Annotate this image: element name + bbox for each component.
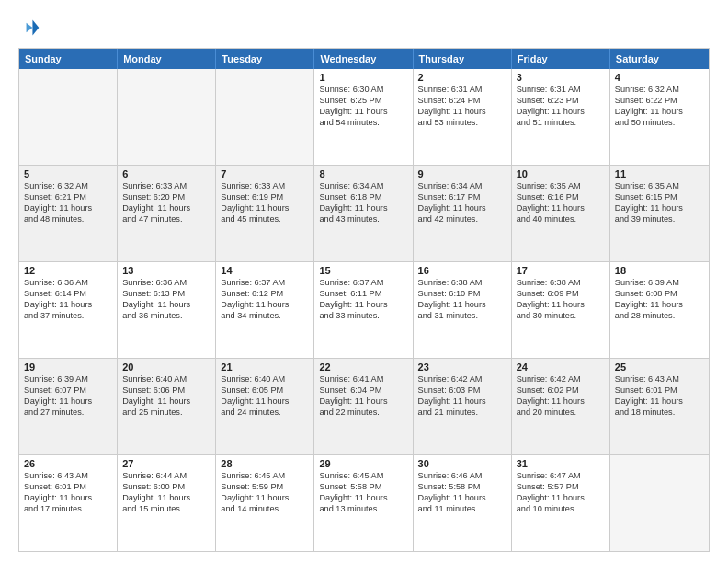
- cell-info-line: Daylight: 11 hours: [615, 203, 704, 214]
- calendar-row: 26Sunrise: 6:43 AMSunset: 6:01 PMDayligh…: [19, 454, 709, 551]
- calendar: SundayMondayTuesdayWednesdayThursdayFrid…: [18, 48, 710, 552]
- cell-info-line: Sunset: 6:06 PM: [122, 385, 210, 396]
- day-number: 23: [418, 362, 506, 373]
- cell-info-line: and 47 minutes.: [122, 214, 210, 225]
- cell-info-line: Sunset: 6:08 PM: [615, 289, 704, 300]
- day-cell: 30Sunrise: 6:46 AMSunset: 5:58 PMDayligh…: [414, 455, 512, 551]
- cell-info-line: and 43 minutes.: [319, 214, 407, 225]
- cell-info-line: Daylight: 11 hours: [615, 300, 704, 311]
- cell-info-line: Daylight: 11 hours: [615, 396, 704, 408]
- calendar-row: 19Sunrise: 6:39 AMSunset: 6:07 PMDayligh…: [19, 358, 709, 454]
- cell-info-line: Sunrise: 6:42 AM: [517, 374, 605, 385]
- cell-info-line: Daylight: 11 hours: [517, 300, 605, 311]
- empty-cell: [19, 69, 118, 165]
- cell-info-line: Sunrise: 6:32 AM: [615, 85, 704, 96]
- cell-info-line: and 48 minutes.: [24, 214, 112, 225]
- cell-info-line: Sunrise: 6:44 AM: [122, 471, 210, 482]
- logo-icon: [18, 17, 40, 39]
- cell-info-line: and 33 minutes.: [319, 311, 407, 322]
- cell-info-line: Sunset: 6:07 PM: [24, 385, 112, 396]
- day-number: 18: [615, 265, 704, 276]
- day-cell: 9Sunrise: 6:34 AMSunset: 6:17 PMDaylight…: [414, 166, 512, 261]
- day-number: 26: [24, 458, 112, 469]
- cell-info-line: Sunrise: 6:45 AM: [319, 471, 407, 482]
- cell-info-line: and 22 minutes.: [319, 408, 407, 419]
- cell-info-line: Sunrise: 6:34 AM: [418, 181, 506, 192]
- calendar-row: 5Sunrise: 6:32 AMSunset: 6:21 PMDaylight…: [19, 165, 709, 261]
- cell-info-line: and 36 minutes.: [122, 311, 210, 322]
- cell-info-line: Sunset: 6:15 PM: [615, 192, 704, 203]
- calendar-row: 12Sunrise: 6:36 AMSunset: 6:14 PMDayligh…: [19, 261, 709, 358]
- day-cell: 12Sunrise: 6:36 AMSunset: 6:14 PMDayligh…: [19, 262, 118, 358]
- day-cell: 3Sunrise: 6:31 AMSunset: 6:23 PMDaylight…: [512, 69, 610, 165]
- day-number: 20: [122, 362, 210, 373]
- day-cell: 31Sunrise: 6:47 AMSunset: 5:57 PMDayligh…: [512, 455, 610, 551]
- cell-info-line: Sunset: 6:04 PM: [319, 385, 407, 396]
- cell-info-line: Sunrise: 6:36 AM: [122, 278, 210, 289]
- day-cell: 16Sunrise: 6:38 AMSunset: 6:10 PMDayligh…: [414, 262, 512, 358]
- day-cell: 10Sunrise: 6:35 AMSunset: 6:16 PMDayligh…: [512, 166, 610, 261]
- day-cell: 22Sunrise: 6:41 AMSunset: 6:04 PMDayligh…: [314, 359, 413, 454]
- svg-marker-0: [32, 19, 39, 35]
- cell-info-line: Sunrise: 6:30 AM: [319, 85, 407, 96]
- day-cell: 18Sunrise: 6:39 AMSunset: 6:08 PMDayligh…: [610, 262, 709, 358]
- cell-info-line: and 54 minutes.: [319, 118, 407, 129]
- day-cell: 4Sunrise: 6:32 AMSunset: 6:22 PMDaylight…: [610, 69, 709, 165]
- day-cell: 24Sunrise: 6:42 AMSunset: 6:02 PMDayligh…: [512, 359, 610, 454]
- day-number: 6: [122, 168, 210, 179]
- day-number: 30: [418, 458, 506, 469]
- day-number: 31: [517, 458, 605, 469]
- day-cell: 20Sunrise: 6:40 AMSunset: 6:06 PMDayligh…: [118, 359, 216, 454]
- cell-info-line: Daylight: 11 hours: [418, 300, 506, 311]
- cell-info-line: and 10 minutes.: [517, 504, 605, 515]
- cell-info-line: Sunrise: 6:38 AM: [517, 278, 605, 289]
- cell-info-line: Sunset: 6:13 PM: [122, 289, 210, 300]
- day-cell: 1Sunrise: 6:30 AMSunset: 6:25 PMDaylight…: [314, 69, 413, 165]
- day-number: 25: [615, 362, 704, 373]
- cell-info-line: Sunrise: 6:39 AM: [615, 278, 704, 289]
- cell-info-line: Daylight: 11 hours: [418, 107, 506, 118]
- day-cell: 29Sunrise: 6:45 AMSunset: 5:58 PMDayligh…: [314, 455, 413, 551]
- day-cell: 25Sunrise: 6:43 AMSunset: 6:01 PMDayligh…: [610, 359, 709, 454]
- cell-info-line: and 45 minutes.: [221, 214, 309, 225]
- cell-info-line: Sunset: 6:01 PM: [615, 385, 704, 396]
- day-number: 11: [615, 168, 704, 179]
- cell-info-line: Sunset: 6:23 PM: [517, 96, 605, 107]
- day-number: 9: [418, 168, 506, 179]
- cell-info-line: Sunrise: 6:31 AM: [418, 85, 506, 96]
- cell-info-line: Sunset: 6:02 PM: [517, 385, 605, 396]
- cell-info-line: Sunset: 6:11 PM: [319, 289, 407, 300]
- cell-info-line: Daylight: 11 hours: [122, 203, 210, 214]
- cell-info-line: Sunrise: 6:34 AM: [319, 181, 407, 192]
- cell-info-line: and 30 minutes.: [517, 311, 605, 322]
- cell-info-line: Sunrise: 6:46 AM: [418, 471, 506, 482]
- cell-info-line: and 40 minutes.: [517, 214, 605, 225]
- day-number: 21: [221, 362, 309, 373]
- day-number: 2: [418, 72, 506, 83]
- cell-info-line: Daylight: 11 hours: [122, 493, 210, 504]
- cell-info-line: and 53 minutes.: [418, 118, 506, 129]
- cell-info-line: Sunrise: 6:47 AM: [517, 471, 605, 482]
- cell-info-line: Sunset: 6:20 PM: [122, 192, 210, 203]
- day-number: 1: [319, 72, 407, 83]
- weekday-header: Sunday: [19, 49, 118, 69]
- cell-info-line: Sunrise: 6:35 AM: [517, 181, 605, 192]
- weekday-header: Thursday: [414, 49, 512, 69]
- day-number: 16: [418, 265, 506, 276]
- day-cell: 21Sunrise: 6:40 AMSunset: 6:05 PMDayligh…: [216, 359, 314, 454]
- cell-info-line: Sunrise: 6:32 AM: [24, 181, 112, 192]
- day-number: 29: [319, 458, 407, 469]
- cell-info-line: Daylight: 11 hours: [517, 203, 605, 214]
- day-number: 13: [122, 265, 210, 276]
- cell-info-line: Daylight: 11 hours: [319, 107, 407, 118]
- cell-info-line: and 27 minutes.: [24, 408, 112, 419]
- cell-info-line: Daylight: 11 hours: [122, 300, 210, 311]
- cell-info-line: Daylight: 11 hours: [319, 300, 407, 311]
- cell-info-line: Sunset: 6:21 PM: [24, 192, 112, 203]
- day-number: 27: [122, 458, 210, 469]
- day-cell: 7Sunrise: 6:33 AMSunset: 6:19 PMDaylight…: [216, 166, 314, 261]
- cell-info-line: and 42 minutes.: [418, 214, 506, 225]
- cell-info-line: and 39 minutes.: [615, 214, 704, 225]
- cell-info-line: Daylight: 11 hours: [418, 396, 506, 408]
- cell-info-line: and 15 minutes.: [122, 504, 210, 515]
